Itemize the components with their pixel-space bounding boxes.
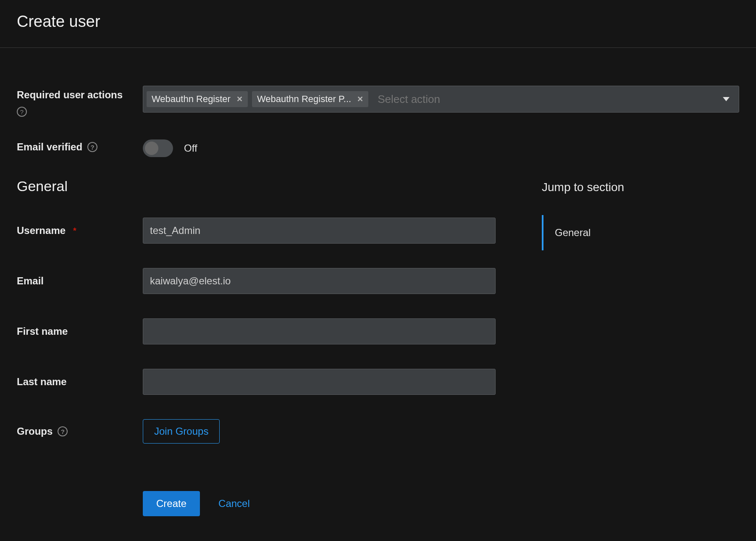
chip-webauthn-register-p: Webauthn Register P... ✕ [252, 91, 368, 107]
select-action-input[interactable] [373, 91, 713, 108]
close-icon[interactable]: ✕ [236, 95, 243, 104]
last-name-label: Last name [17, 376, 67, 388]
first-name-input[interactable] [143, 318, 496, 344]
first-name-label: First name [17, 326, 68, 337]
help-icon[interactable]: ? [17, 107, 27, 117]
caret-down-icon[interactable] [717, 95, 735, 103]
required-asterisk: * [73, 226, 76, 236]
username-input[interactable] [143, 218, 496, 244]
required-actions-label: Required user actions [17, 89, 123, 101]
email-input[interactable] [143, 268, 496, 294]
jump-item-general[interactable]: General [542, 215, 739, 250]
join-groups-button[interactable]: Join Groups [143, 419, 220, 444]
section-title-general: General [17, 178, 512, 194]
chip-webauthn-register: Webauthn Register ✕ [147, 91, 248, 107]
close-icon[interactable]: ✕ [357, 95, 363, 104]
required-actions-select[interactable]: Webauthn Register ✕ Webauthn Register P.… [143, 86, 739, 113]
email-verified-label: Email verified ? [17, 141, 97, 153]
toggle-state-label: Off [184, 142, 197, 154]
jump-to-section-title: Jump to section [542, 181, 739, 194]
username-label: Username * [17, 225, 76, 236]
email-label: Email [17, 275, 44, 287]
help-icon[interactable]: ? [87, 142, 97, 152]
groups-label: Groups ? [17, 425, 68, 437]
cancel-button[interactable]: Cancel [218, 498, 250, 509]
email-verified-toggle[interactable] [143, 139, 173, 157]
last-name-input[interactable] [143, 369, 496, 395]
page-title: Create user [17, 13, 739, 31]
jump-section-list: General [542, 215, 739, 250]
help-icon[interactable]: ? [58, 426, 68, 436]
create-button[interactable]: Create [143, 491, 200, 516]
